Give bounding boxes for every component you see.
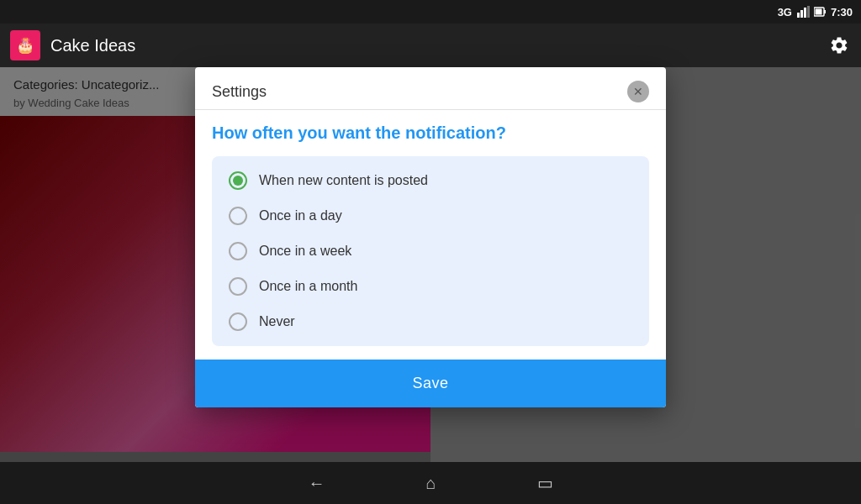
app-title: Cake Ideas: [50, 36, 827, 55]
home-button[interactable]: ⌂: [425, 474, 436, 493]
dialog-title: Settings: [212, 83, 267, 101]
save-button[interactable]: Save: [195, 360, 666, 407]
svg-rect-0: [797, 13, 800, 18]
radio-once-month: [229, 277, 247, 296]
svg-rect-3: [807, 6, 810, 18]
back-button[interactable]: ←: [308, 474, 325, 493]
navigation-bar: ← ⌂ ▭: [0, 462, 861, 504]
option-once-day-label: Once in a day: [259, 208, 342, 223]
svg-rect-2: [804, 8, 806, 18]
option-never[interactable]: Never: [222, 304, 639, 339]
signal-icon: [797, 6, 811, 18]
radio-once-day: [229, 207, 247, 225]
close-button[interactable]: ✕: [627, 81, 649, 102]
app-bar: 🎂 Cake Ideas: [0, 24, 861, 67]
option-new-content[interactable]: When new content is posted: [222, 163, 639, 198]
radio-once-week: [229, 242, 247, 260]
dialog-header: Settings ✕: [195, 67, 666, 110]
battery-icon: [814, 6, 826, 18]
settings-icon[interactable]: [827, 34, 851, 57]
svg-rect-6: [815, 9, 821, 15]
radio-never: [229, 312, 247, 331]
option-once-month-label: Once in a month: [259, 279, 357, 294]
status-bar: 3G 7:30: [0, 0, 861, 24]
option-once-week[interactable]: Once in a week: [222, 234, 639, 269]
svg-rect-1: [800, 10, 803, 18]
svg-rect-5: [824, 10, 826, 13]
network-indicator: 3G: [778, 6, 792, 18]
option-new-content-label: When new content is posted: [259, 173, 428, 188]
settings-dialog: Settings ✕ How often you want the notifi…: [195, 67, 666, 407]
radio-new-content: [229, 171, 247, 190]
option-once-day[interactable]: Once in a day: [222, 198, 639, 234]
app-icon: 🎂: [10, 30, 40, 60]
dialog-body: How often you want the notification? Whe…: [195, 110, 666, 360]
option-never-label: Never: [259, 314, 295, 329]
dialog-question: How often you want the notification?: [212, 123, 649, 143]
time-display: 7:30: [831, 6, 853, 18]
option-once-week-label: Once in a week: [259, 244, 351, 259]
notification-options: When new content is posted Once in a day…: [212, 156, 649, 346]
option-once-month[interactable]: Once in a month: [222, 269, 639, 304]
recent-apps-button[interactable]: ▭: [537, 473, 553, 493]
signal-icons: [797, 6, 826, 18]
